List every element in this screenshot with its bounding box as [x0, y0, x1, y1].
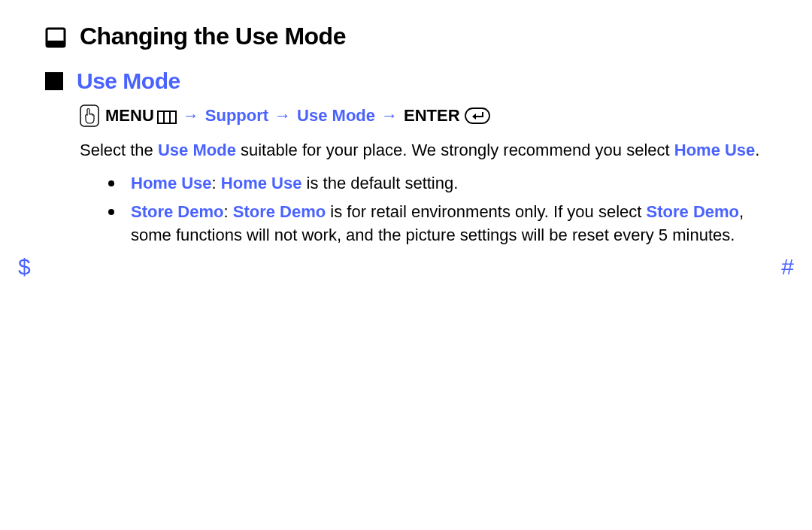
enter-label: ENTER [404, 106, 490, 126]
list-text: is for retail environments only. If you … [326, 202, 646, 221]
section-outline-square-icon [45, 27, 66, 48]
enter-text: ENTER [404, 106, 460, 126]
menu-grid-icon [157, 109, 177, 123]
touch-hand-icon [80, 104, 99, 127]
filled-square-icon [45, 72, 63, 90]
path-arrow: → [381, 106, 398, 126]
body-paragraph: Select the Use Mode suitable for your pl… [80, 139, 767, 162]
list-item: Home Use: Home Use is the default settin… [108, 172, 767, 195]
separator: : [212, 174, 221, 192]
list-item: Store Demo: Store Demo is for retail env… [108, 201, 767, 247]
svg-rect-1 [47, 41, 65, 47]
enter-arrow-icon [465, 108, 490, 124]
highlight-home-use: Home Use [221, 174, 302, 192]
body-text: Select the [80, 141, 158, 159]
nav-next[interactable]: # [781, 254, 794, 280]
bullet-list: Home Use: Home Use is the default settin… [108, 172, 767, 247]
manual-page: Changing the Use Mode Use Mode MENU → Su… [0, 0, 812, 247]
separator: : [223, 202, 232, 221]
menu-label: MENU [105, 106, 177, 126]
path-arrow: → [274, 106, 291, 126]
title-row: Changing the Use Mode [45, 23, 767, 50]
highlight-store-demo: Store Demo [131, 202, 223, 221]
path-usemode: Use Mode [297, 106, 375, 126]
highlight-store-demo: Store Demo [233, 202, 326, 221]
menu-path: MENU → Support → Use Mode → ENTER [80, 104, 767, 127]
svg-rect-3 [158, 111, 176, 123]
nav-prev[interactable]: $ [18, 254, 31, 280]
body-text: . [755, 141, 759, 159]
body-text: suitable for your place. We strongly rec… [236, 141, 674, 159]
highlight-home-use: Home Use [131, 174, 212, 192]
highlight-home-use: Home Use [674, 141, 756, 159]
highlight-store-demo: Store Demo [647, 202, 739, 221]
page-title: Changing the Use Mode [80, 23, 346, 50]
section-row: Use Mode [45, 68, 767, 94]
menu-text: MENU [105, 106, 154, 126]
section-title: Use Mode [77, 68, 180, 94]
highlight-use-mode: Use Mode [158, 141, 236, 159]
path-support: Support [205, 106, 268, 126]
path-arrow: → [183, 106, 199, 126]
list-text: is the default setting. [301, 174, 458, 192]
